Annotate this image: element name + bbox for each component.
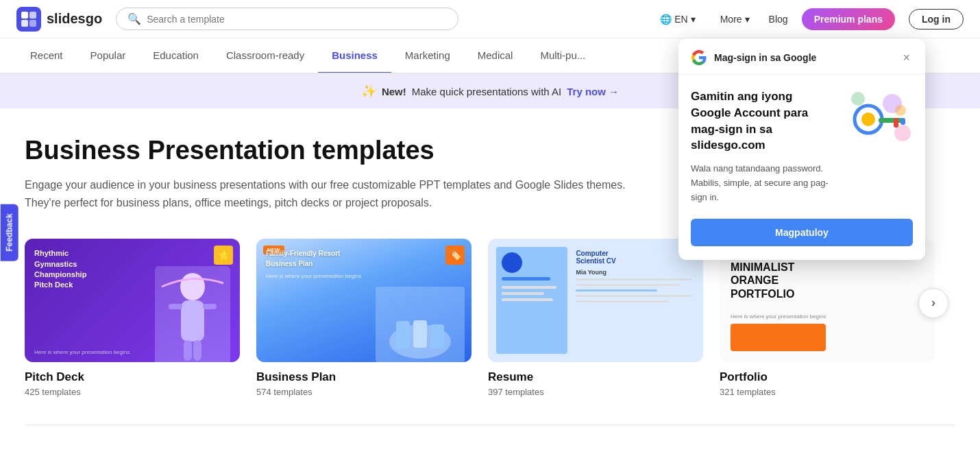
- svg-rect-15: [413, 320, 427, 348]
- popup-header: Mag-sign in sa Google ×: [678, 38, 925, 75]
- pitch-athlete-illustration: [155, 266, 230, 362]
- card-image-resume: ComputerScientist CV Mia Young: [488, 239, 703, 362]
- svg-rect-3: [21, 20, 28, 27]
- more-button[interactable]: More ▾: [715, 11, 755, 27]
- search-icon: 🔍: [127, 12, 141, 25]
- search-input[interactable]: [147, 14, 447, 25]
- card-count-portfolio: 321 templates: [720, 387, 935, 397]
- chevron-down-icon: ▾: [691, 14, 696, 25]
- tab-medical[interactable]: Medical: [464, 38, 527, 74]
- language-button[interactable]: 🌐 EN ▾: [654, 11, 700, 27]
- card-image-pitch-deck: RhythmicGymnasticsChampionshipPitch Deck: [25, 239, 240, 362]
- logo-icon: [16, 7, 41, 32]
- popup-action-button[interactable]: Magpatuloy: [691, 219, 913, 246]
- tab-recent[interactable]: Recent: [16, 38, 77, 74]
- login-button[interactable]: Log in: [909, 9, 964, 29]
- card-image-business-plan: Family-Friendly ResortBusiness Plan Here…: [256, 239, 471, 362]
- card-title-pitch-deck: Pitch Deck: [25, 370, 240, 384]
- svg-rect-5: [181, 300, 204, 342]
- sparkle-icon: ✨: [361, 84, 376, 99]
- card-count-business-plan: 574 templates: [256, 387, 471, 397]
- tab-popular[interactable]: Popular: [77, 38, 140, 74]
- popup-footer: Magpatuloy: [678, 219, 925, 260]
- svg-rect-18: [879, 118, 903, 123]
- card-sub-text: Here is where your presentation begins: [34, 349, 130, 355]
- card-thumbnail-pitch-deck: RhythmicGymnasticsChampionshipPitch Deck: [25, 239, 240, 362]
- feedback-button[interactable]: Feedback: [1, 204, 19, 261]
- logo[interactable]: slidesgo: [16, 7, 102, 32]
- divider: [25, 425, 955, 425]
- premium-button[interactable]: Premium plans: [802, 8, 895, 30]
- popup-header-title: Mag-sign in sa Google: [714, 52, 893, 63]
- tab-business[interactable]: Business: [318, 38, 391, 74]
- banner-text: Make quick presentations with AI: [412, 86, 561, 97]
- card-pitch-deck[interactable]: RhythmicGymnasticsChampionshipPitch Deck: [25, 239, 240, 397]
- cards-grid: RhythmicGymnasticsChampionshipPitch Deck: [25, 239, 935, 397]
- card-resume[interactable]: ComputerScientist CV Mia Young Resume 39…: [488, 239, 703, 397]
- tab-marketing[interactable]: Marketing: [391, 38, 464, 74]
- resume-right-col: ComputerScientist CV Mia Young: [573, 247, 695, 309]
- resume-left-col: [496, 247, 567, 354]
- card-portfolio[interactable]: MINIMALISTORANGEPORTFOLIO Here is where …: [720, 239, 935, 397]
- svg-rect-9: [193, 340, 201, 361]
- popup-body: Gamitin ang iyong Google Account para ma…: [678, 75, 925, 219]
- card-thumbnail-business-plan: Family-Friendly ResortBusiness Plan Here…: [256, 239, 471, 362]
- svg-point-24: [894, 125, 911, 141]
- search-bar: 🔍: [116, 8, 458, 30]
- card-count-resume: 397 templates: [488, 387, 703, 397]
- resume-avatar: [502, 252, 522, 273]
- tab-education[interactable]: Education: [139, 38, 212, 74]
- globe-icon: 🌐: [660, 14, 672, 25]
- card-business-plan[interactable]: Family-Friendly ResortBusiness Plan Here…: [256, 239, 471, 397]
- svg-rect-12: [396, 321, 410, 348]
- google-signin-popup: Mag-sign in sa Google × Gamitin ang iyon…: [678, 38, 925, 260]
- logo-text: slidesgo: [47, 11, 102, 27]
- tab-classroom-ready[interactable]: Classroom-ready: [212, 38, 318, 74]
- header-right: 🌐 EN ▾ More ▾ Blog Premium plans Log in: [654, 8, 964, 30]
- svg-rect-2: [29, 20, 36, 27]
- svg-rect-20: [901, 118, 905, 125]
- google-logo-icon: [691, 49, 707, 66]
- svg-point-23: [851, 92, 865, 106]
- svg-rect-8: [184, 340, 192, 361]
- svg-point-17: [861, 112, 875, 126]
- svg-point-4: [180, 273, 205, 300]
- svg-rect-7: [203, 304, 217, 309]
- page-description: Engage your audience in your business pr…: [25, 176, 641, 211]
- svg-rect-1: [29, 12, 36, 19]
- tab-multi-purpose[interactable]: Multi-pu...: [526, 38, 599, 74]
- popup-close-button[interactable]: ×: [900, 50, 913, 65]
- blog-link[interactable]: Blog: [769, 14, 788, 25]
- svg-rect-6: [169, 304, 182, 309]
- svg-rect-13: [430, 324, 444, 348]
- popup-main-title: Gamitin ang iyong Google Account para ma…: [691, 88, 833, 154]
- header: slidesgo 🔍 🌐 EN ▾ More ▾ Blog Premium pl…: [0, 0, 980, 38]
- next-arrow-button[interactable]: ›: [918, 288, 948, 318]
- card-title-portfolio: Portfolio: [720, 370, 935, 384]
- svg-rect-19: [894, 118, 898, 128]
- banner-cta[interactable]: Try now →: [567, 86, 619, 97]
- svg-point-22: [895, 105, 906, 116]
- popup-illustration: [844, 88, 913, 150]
- chevron-down-icon: ▾: [745, 14, 750, 25]
- promo-badge: 🏷️: [445, 246, 465, 265]
- portfolio-orange-bar: [731, 324, 826, 351]
- resort-illustration: [376, 287, 465, 362]
- card-count-pitch-deck: 425 templates: [25, 387, 240, 397]
- card-title-resume: Resume: [488, 370, 703, 384]
- popup-sub-text: Wala nang tatandaang password. Mabilis, …: [691, 162, 833, 204]
- card-title-business-plan: Business Plan: [256, 370, 471, 384]
- svg-rect-0: [21, 12, 28, 19]
- card-thumbnail-resume: ComputerScientist CV Mia Young: [488, 239, 703, 362]
- popup-text-content: Gamitin ang iyong Google Account para ma…: [691, 88, 833, 205]
- star-badge: ⭐: [214, 246, 233, 265]
